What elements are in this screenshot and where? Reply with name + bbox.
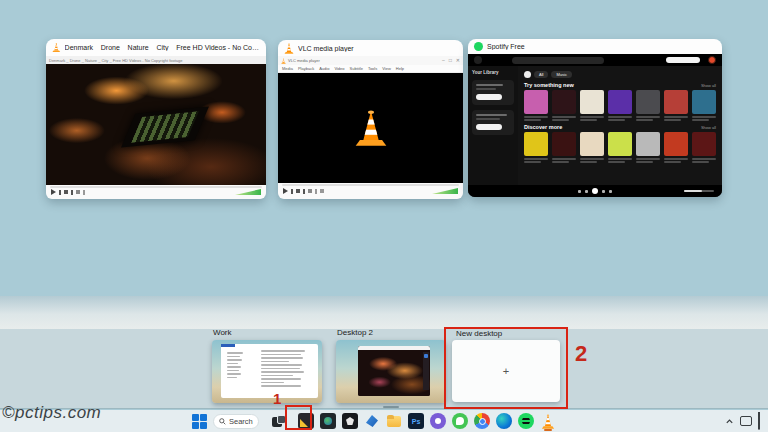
random-icon[interactable]: [320, 189, 324, 193]
section-title: Try something new: [524, 82, 574, 88]
task-view-icon: [272, 415, 286, 427]
taskbar-app-steam[interactable]: [342, 413, 358, 429]
edge-icon[interactable]: [496, 413, 512, 429]
play-icon[interactable]: [51, 189, 56, 195]
desktop-thumbnail-work[interactable]: [212, 340, 322, 403]
chrome-icon[interactable]: [474, 413, 490, 429]
photoshop-icon[interactable]: Ps: [408, 413, 424, 429]
prev-icon[interactable]: [291, 189, 293, 194]
prev-icon[interactable]: [59, 190, 61, 195]
filter-music[interactable]: Music: [551, 71, 571, 78]
vlc-icon: [281, 58, 286, 64]
spotify-taskbar-icon[interactable]: [518, 413, 534, 429]
seek-bar[interactable]: [50, 186, 262, 188]
taskbar-app-photos[interactable]: [320, 413, 336, 429]
spotify-playbar[interactable]: [468, 185, 722, 197]
volume-slider[interactable]: [235, 189, 261, 195]
taskbar: Search Ps: [0, 410, 768, 432]
play-icon[interactable]: [283, 188, 288, 194]
album-card[interactable]: [524, 132, 548, 163]
premium-button[interactable]: [666, 57, 700, 63]
menu-media[interactable]: Media: [282, 66, 293, 71]
window-header[interactable]: VLC media player: [278, 40, 463, 56]
repeat-icon[interactable]: [609, 190, 612, 193]
your-library-label[interactable]: Your Library: [472, 70, 514, 75]
album-card[interactable]: [552, 90, 576, 121]
filter-all[interactable]: All: [534, 71, 548, 78]
album-card[interactable]: [580, 132, 604, 163]
window-header[interactable]: Denmark _ Drone _ Nature _ City _ Free H…: [46, 39, 266, 56]
menu-playback[interactable]: Playback: [298, 66, 314, 71]
vlc-menubar[interactable]: Media Playback Audio Video Subtitle Tool…: [278, 65, 463, 73]
annotation-number-1: 1: [273, 390, 281, 407]
stop-icon[interactable]: [64, 190, 68, 194]
vlc-controls-bar[interactable]: [278, 183, 463, 199]
avatar[interactable]: [708, 56, 716, 64]
show-all-link[interactable]: Show all: [701, 83, 716, 88]
playlist-icon[interactable]: [83, 190, 85, 195]
previous-icon[interactable]: [585, 190, 588, 193]
start-button[interactable]: [192, 414, 207, 429]
next-icon[interactable]: [602, 190, 605, 193]
fullscreen-icon[interactable]: [308, 189, 312, 193]
album-card[interactable]: [692, 90, 716, 121]
show-all-link[interactable]: Show all: [701, 125, 716, 130]
volume-slider[interactable]: [684, 190, 714, 192]
loop-icon[interactable]: [315, 189, 317, 194]
home-icon[interactable]: [474, 56, 482, 64]
next-icon[interactable]: [303, 189, 305, 194]
album-card[interactable]: [552, 132, 576, 163]
create-playlist-button[interactable]: [476, 94, 502, 100]
library-promo-card: [472, 110, 514, 135]
vlc-canvas: [278, 73, 463, 183]
profile-chip[interactable]: [524, 71, 531, 78]
menu-tools[interactable]: Tools: [368, 66, 377, 71]
doc-titlebar: [221, 344, 235, 347]
desktop-thumbnail-desktop2[interactable]: [336, 340, 446, 403]
taskbar-app-paint3d[interactable]: [364, 413, 380, 429]
album-card[interactable]: [664, 90, 688, 121]
window-vlc-video[interactable]: Denmark _ Drone _ Nature _ City _ Free H…: [46, 39, 266, 199]
album-card[interactable]: [664, 132, 688, 163]
seek-bar[interactable]: [282, 184, 459, 186]
hidden-icons-chevron[interactable]: [725, 417, 734, 426]
annotation-number-2: 2: [575, 341, 587, 367]
file-explorer-icon[interactable]: [386, 413, 402, 429]
taskbar-app-discord[interactable]: [430, 413, 446, 429]
display-icon[interactable]: [740, 416, 752, 426]
clipped-tray-icon[interactable]: [758, 412, 768, 430]
album-card[interactable]: [608, 132, 632, 163]
volume-slider[interactable]: [432, 188, 458, 194]
search-icon: [219, 418, 226, 425]
vlc-controls-bar[interactable]: [46, 185, 266, 199]
window-header[interactable]: Spotify Free: [468, 39, 722, 54]
window-buttons[interactable]: –□✕: [442, 58, 460, 63]
menu-video[interactable]: Video: [334, 66, 344, 71]
album-card[interactable]: [692, 132, 716, 163]
menu-audio[interactable]: Audio: [319, 66, 329, 71]
blurred-wallpaper-band: [0, 296, 768, 329]
spotify-search-input[interactable]: [512, 57, 604, 64]
window-spotify[interactable]: Spotify Free Your Library: [468, 39, 722, 197]
album-card[interactable]: [636, 132, 660, 163]
album-card[interactable]: [608, 90, 632, 121]
menu-view[interactable]: View: [382, 66, 391, 71]
stop-icon[interactable]: [296, 189, 300, 193]
album-card[interactable]: [580, 90, 604, 121]
shuffle-icon[interactable]: [578, 190, 581, 193]
window-vlc-player[interactable]: VLC media player VLC media player –□✕ Me…: [278, 40, 463, 199]
search-box[interactable]: Search: [213, 414, 259, 429]
menu-subtitle[interactable]: Subtitle: [350, 66, 363, 71]
next-icon[interactable]: [71, 190, 73, 195]
album-card[interactable]: [524, 90, 548, 121]
vlc-taskbar-icon[interactable]: [540, 413, 556, 429]
fullscreen-icon[interactable]: [76, 190, 80, 194]
taskbar-app-whatsapp[interactable]: [452, 413, 468, 429]
vlc-icon: [284, 43, 294, 54]
menu-help[interactable]: Help: [396, 66, 404, 71]
browse-podcasts-button[interactable]: [476, 124, 502, 130]
play-button[interactable]: [592, 188, 598, 194]
section-header: Discover more Show all: [524, 124, 716, 130]
new-desktop-button[interactable]: +: [452, 340, 560, 402]
album-card[interactable]: [636, 90, 660, 121]
